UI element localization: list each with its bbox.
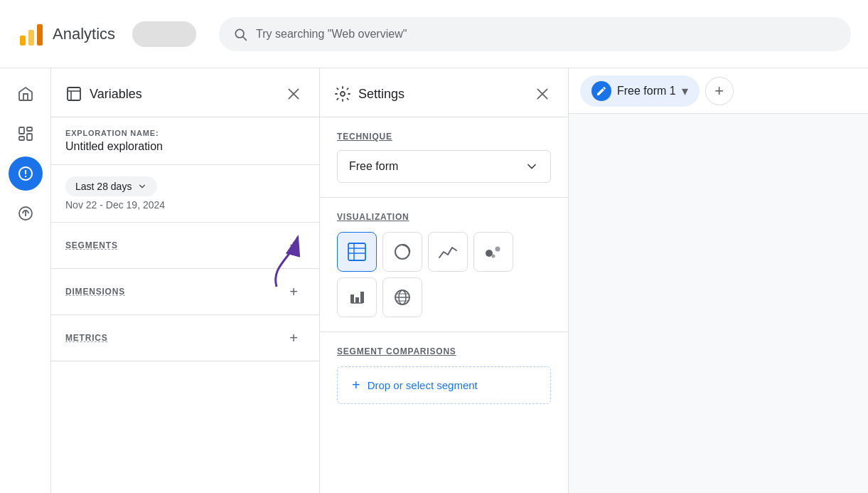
variables-panel: Variables EXPLORATION NAME: Untitled exp…	[51, 68, 320, 493]
exploration-name-section: EXPLORATION NAME: Untitled exploration	[51, 117, 319, 165]
technique-section: TECHNIQUE Free form	[320, 117, 568, 198]
technique-label: TECHNIQUE	[337, 132, 551, 142]
settings-title: Settings	[358, 87, 404, 102]
metrics-label: METRICS	[65, 333, 108, 343]
drop-select-segment-button[interactable]: + Drop or select segment	[337, 366, 551, 404]
segment-drop-text: Drop or select segment	[368, 379, 478, 391]
technique-dropdown-icon	[525, 159, 539, 174]
svg-rect-6	[27, 127, 32, 131]
svg-rect-0	[20, 36, 26, 46]
svg-line-4	[243, 36, 247, 40]
settings-header-left: Settings	[334, 85, 404, 102]
svg-rect-30	[350, 295, 354, 303]
left-nav	[0, 68, 51, 493]
svg-rect-5	[19, 127, 24, 134]
tab-edit-icon	[591, 81, 611, 101]
segments-label: SEGMENTS	[65, 240, 118, 250]
visualization-section: VISUALIZATION	[320, 198, 568, 332]
variables-close-button[interactable]	[282, 83, 305, 105]
app-title: Analytics	[53, 25, 115, 43]
svg-point-27	[495, 247, 500, 252]
viz-row2	[337, 277, 551, 317]
search-bar[interactable]: Try searching "Web overview"	[219, 17, 851, 51]
account-selector[interactable]	[132, 21, 196, 47]
search-placeholder-text: Try searching "Web overview"	[256, 28, 407, 41]
exploration-name-value: Untitled exploration	[65, 140, 305, 153]
segment-plus-icon: +	[352, 377, 360, 393]
visualization-label: VISUALIZATION	[337, 212, 551, 222]
svg-point-26	[486, 250, 493, 257]
date-range-pill[interactable]: Last 28 days	[65, 176, 157, 196]
exploration-name-label: EXPLORATION NAME:	[65, 129, 305, 137]
viz-table-button[interactable]	[337, 232, 377, 272]
tab-area: Free form 1 ▾ +	[569, 68, 868, 493]
settings-panel: Settings TECHNIQUE Free form VISUALIZATI…	[320, 68, 569, 493]
segments-section: SEGMENTS +	[51, 223, 319, 269]
svg-point-25	[398, 248, 407, 256]
search-icon	[233, 27, 247, 41]
viz-map-button[interactable]	[382, 277, 422, 317]
svg-rect-11	[68, 88, 80, 100]
viz-donut-button[interactable]	[382, 232, 422, 272]
technique-select-value: Free form	[349, 160, 398, 173]
variables-icon	[65, 85, 82, 102]
nav-home-icon[interactable]	[9, 77, 43, 111]
svg-rect-8	[19, 137, 24, 140]
logo-area: Analytics	[17, 20, 115, 48]
segment-comparisons-section: SEGMENT COMPARISONS + Drop or select seg…	[320, 332, 568, 418]
date-range-value: Nov 22 - Dec 19, 2024	[65, 199, 305, 211]
tab-name: Free form 1	[617, 85, 676, 97]
nav-explore-icon[interactable]	[9, 157, 43, 191]
tab-content-area	[569, 114, 868, 493]
topbar: Analytics Try searching "Web overview"	[0, 0, 868, 68]
svg-rect-2	[37, 24, 43, 46]
settings-icon	[334, 85, 351, 102]
svg-rect-31	[355, 297, 359, 303]
svg-rect-32	[360, 292, 364, 303]
svg-point-17	[341, 92, 345, 96]
tab-dropdown-icon[interactable]: ▾	[682, 83, 688, 99]
viz-scatter-button[interactable]	[473, 232, 513, 272]
segment-comparisons-label: SEGMENT COMPARISONS	[337, 346, 551, 356]
visualization-grid	[337, 232, 551, 272]
add-dimension-button[interactable]: +	[282, 280, 305, 303]
panels-area: Variables EXPLORATION NAME: Untitled exp…	[51, 68, 868, 493]
nav-reports-icon[interactable]	[9, 117, 43, 151]
active-tab[interactable]: Free form 1 ▾	[580, 75, 700, 107]
date-pill-label: Last 28 days	[75, 181, 132, 192]
dimensions-label: DIMENSIONS	[65, 287, 125, 297]
add-segment-button[interactable]: +	[282, 234, 305, 257]
date-range-section: Last 28 days Nov 22 - Dec 19, 2024	[51, 165, 319, 223]
viz-bar-button[interactable]	[337, 277, 377, 317]
add-tab-button[interactable]: +	[705, 77, 734, 105]
variables-panel-header: Variables	[51, 68, 319, 117]
add-tab-plus-icon: +	[714, 82, 724, 100]
viz-line-button[interactable]	[428, 232, 468, 272]
analytics-logo-icon	[17, 20, 45, 48]
settings-close-button[interactable]	[531, 83, 554, 105]
add-metric-button[interactable]: +	[282, 327, 305, 349]
tab-bar: Free form 1 ▾ +	[569, 68, 868, 114]
metrics-section: METRICS +	[51, 315, 319, 361]
technique-select[interactable]: Free form	[337, 150, 551, 183]
dimensions-section: DIMENSIONS +	[51, 269, 319, 315]
svg-rect-1	[28, 30, 34, 46]
variables-title: Variables	[90, 87, 142, 102]
nav-advertising-icon[interactable]	[9, 196, 43, 230]
settings-panel-header: Settings	[320, 68, 568, 117]
date-dropdown-icon	[137, 181, 147, 191]
svg-rect-20	[348, 243, 365, 260]
svg-point-28	[492, 255, 495, 258]
main-layout: Variables EXPLORATION NAME: Untitled exp…	[0, 68, 868, 493]
variables-header-left: Variables	[65, 85, 142, 102]
svg-rect-7	[27, 134, 32, 140]
